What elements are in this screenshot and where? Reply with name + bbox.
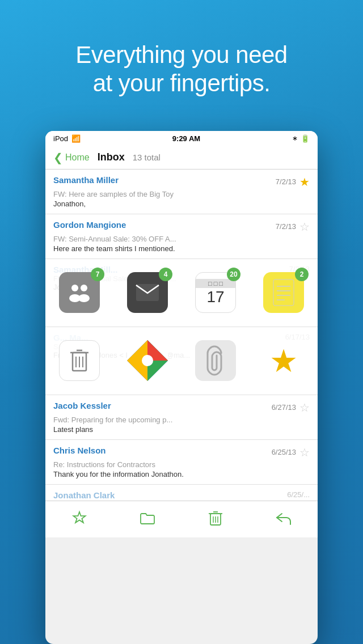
email-subject: Fwd: Preparing for the upcoming p... bbox=[53, 416, 310, 424]
notes-action[interactable]: 2 bbox=[261, 270, 306, 315]
swipe-overlay-1: Samantha Mill... 7/2/13 FW: Semi-Annual … bbox=[45, 259, 318, 327]
svg-point-1 bbox=[81, 285, 87, 291]
email-item-jacob[interactable]: Jacob Kessler 6/27/13 ☆ Fwd: Preparing f… bbox=[45, 395, 318, 440]
email-preview: Here are the team shirts I mentioned. bbox=[53, 244, 310, 253]
phone-frame: iPod 📶 9:29 AM ∗ 🔋 ❮ Home Inbox 13 total… bbox=[45, 131, 318, 644]
sender-name: Jacob Kessler bbox=[53, 401, 111, 410]
email-date: 7/2/13 bbox=[276, 177, 296, 186]
email-subject: FW: Here are samples of the Big Toy bbox=[53, 190, 310, 198]
people-action[interactable]: 7 bbox=[57, 270, 102, 315]
swipe-overlay-2: G... Ma... 6/17/13 Sale... From: Bobby J… bbox=[45, 327, 318, 395]
sender-name: Chris Nelson bbox=[53, 446, 106, 455]
status-time: 9:29 AM bbox=[172, 134, 200, 143]
sender-name: Samantha Miller bbox=[53, 175, 119, 185]
inbox-count: 13 total bbox=[133, 152, 161, 162]
mail-badge: 4 bbox=[159, 268, 172, 281]
bottom-toolbar bbox=[45, 501, 318, 537]
sender-name-partial: Jonathan Clark bbox=[53, 490, 115, 500]
email-preview: Latest plans bbox=[53, 425, 310, 434]
trash-icon bbox=[59, 340, 100, 381]
email-item-samantha[interactable]: Samantha Miller 7/2/13 ★ FW: Here are sa… bbox=[45, 170, 318, 214]
notes-badge: 2 bbox=[295, 268, 309, 281]
swipe-action-icons-2: ★ bbox=[45, 327, 318, 395]
bluetooth-icon: ∗ bbox=[292, 134, 298, 142]
star-action[interactable]: ★ bbox=[261, 338, 306, 383]
svg-point-0 bbox=[71, 285, 78, 291]
star-icon[interactable]: ☆ bbox=[299, 220, 310, 234]
chevron-left-icon: ❮ bbox=[53, 151, 63, 164]
back-label: Home bbox=[65, 152, 90, 163]
folder-toolbar-btn[interactable] bbox=[133, 507, 162, 529]
status-right: ∗ 🔋 bbox=[292, 134, 310, 143]
battery-icon: 🔋 bbox=[301, 134, 310, 143]
svg-point-21 bbox=[142, 355, 153, 366]
inbox-title: Inbox bbox=[98, 151, 125, 163]
reply-toolbar-btn[interactable] bbox=[269, 507, 298, 529]
trash-toolbar-btn[interactable] bbox=[201, 507, 230, 529]
svg-rect-5 bbox=[273, 279, 294, 306]
email-date-partial: 6/25/... bbox=[287, 490, 310, 499]
email-list: Samantha Miller 7/2/13 ★ FW: Here are sa… bbox=[45, 170, 318, 501]
hero-section: Everything you need at your fingertips. bbox=[30, 0, 332, 131]
device-label: iPod bbox=[53, 134, 68, 143]
email-date: 6/27/13 bbox=[272, 403, 296, 412]
calendar-action[interactable]: □ □ □ 17 20 bbox=[193, 270, 238, 315]
trash-action[interactable] bbox=[57, 338, 102, 383]
email-item-gordon[interactable]: Gordon Mangione 7/2/13 ☆ FW: Semi-Annual… bbox=[45, 214, 318, 259]
hero-text: Everything you need at your fingertips. bbox=[53, 20, 310, 115]
email-item-chris[interactable]: Chris Nelson 6/25/13 ☆ Re: Instructions … bbox=[45, 440, 318, 485]
email-preview: Thank you for the information Jonathon. bbox=[53, 470, 310, 478]
star-icon[interactable]: ☆ bbox=[299, 401, 310, 414]
paperclip-icon bbox=[195, 340, 236, 381]
star-toolbar-btn[interactable] bbox=[65, 507, 94, 529]
wifi-icon: 📶 bbox=[71, 134, 81, 143]
nav-bar: ❮ Home Inbox 13 total bbox=[45, 146, 318, 170]
paperclip-action[interactable] bbox=[193, 338, 238, 383]
swipe-action-icons-1: 7 4 □ □ □ 17 bbox=[45, 259, 318, 327]
cal-header: □ □ □ bbox=[196, 279, 235, 288]
svg-point-3 bbox=[78, 294, 90, 302]
star-icon[interactable]: ☆ bbox=[299, 446, 310, 459]
email-subject: Re: Instructions for Contractors bbox=[53, 460, 310, 469]
maps-action[interactable] bbox=[125, 338, 170, 383]
status-left: iPod 📶 bbox=[53, 134, 81, 143]
back-button[interactable]: ❮ Home bbox=[53, 151, 90, 164]
email-date: 6/25/13 bbox=[272, 448, 296, 456]
email-preview: Jonathon, bbox=[53, 200, 310, 208]
email-subject: FW: Semi-Annual Sale: 30% OFF A... bbox=[53, 235, 310, 243]
email-date: 7/2/13 bbox=[276, 222, 296, 231]
mail-action[interactable]: 4 bbox=[125, 270, 170, 315]
star-icon[interactable]: ★ bbox=[299, 175, 310, 189]
star-large-icon: ★ bbox=[269, 342, 298, 379]
calendar-badge: 20 bbox=[227, 268, 240, 281]
people-badge: 7 bbox=[91, 268, 104, 281]
email-item-partial[interactable]: Jonathan Clark 6/25/... bbox=[45, 485, 318, 501]
cal-day: 17 bbox=[206, 288, 224, 306]
sender-name: Gordon Mangione bbox=[53, 220, 126, 230]
status-bar: iPod 📶 9:29 AM ∗ 🔋 bbox=[45, 131, 318, 146]
maps-icon bbox=[127, 340, 168, 381]
